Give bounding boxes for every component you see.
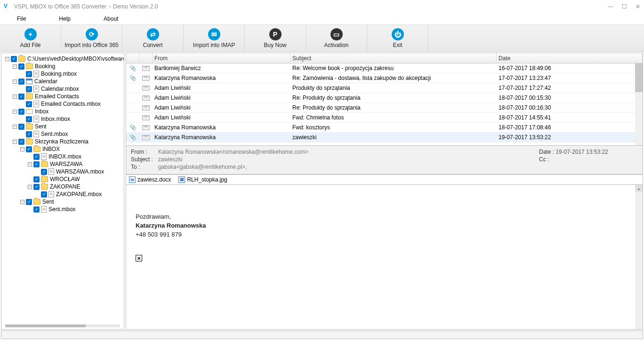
col-attach-header[interactable] [126,53,139,63]
tree-checkbox[interactable]: ✓ [41,169,47,175]
tree-item[interactable]: −✓ZAKOPANE [1,183,124,190]
col-date-header[interactable]: Date [497,53,643,63]
tree-checkbox[interactable]: ✓ [26,101,32,107]
tree-checkbox[interactable]: ✓ [33,206,40,213]
tree-expander-icon[interactable]: − [13,79,17,84]
toolbar-convert[interactable]: ⇄Convert [122,25,184,51]
from-label: From : [131,149,158,155]
tree-expander-icon[interactable]: − [20,200,24,204]
tree-checkbox[interactable]: ✓ [33,184,40,190]
email-row[interactable]: Adam Liwiński Re: Produkty do sprzątania… [126,93,643,103]
tree-checkbox[interactable]: ✓ [26,131,32,137]
tree-item[interactable]: −✓Sent [1,198,124,206]
toolbar-buy-now[interactable]: PBuy Now [245,25,306,51]
tree-item[interactable]: −✓Calendar [1,78,124,85]
tree-item[interactable]: ✓ZAKOPANE.mbox [1,190,124,198]
tree-checkbox[interactable]: ✓ [18,63,24,70]
tree-item[interactable]: ✓WARSZAWA.mbox [1,168,124,175]
menu-help[interactable]: Help [59,16,71,22]
tree-item[interactable]: ✓Calendar.mbox [1,85,124,93]
tree-checkbox[interactable]: ✓ [18,109,24,115]
tree-expander-icon[interactable]: − [28,162,32,166]
menu-about[interactable]: About [104,16,118,22]
close-button[interactable]: ✕ [636,3,640,10]
tree-checkbox[interactable]: ✓ [26,199,32,205]
tree-item[interactable]: −✓Inbox [1,108,124,115]
tree-checkbox[interactable]: ✓ [18,124,24,130]
tree-expander-icon[interactable]: − [13,95,17,99]
tree-checkbox[interactable]: ✓ [41,191,47,198]
tree-expander-icon[interactable]: − [20,147,24,151]
tree-label: WARSZAWA [50,161,82,167]
tree-expander-icon[interactable]: − [13,64,17,69]
tree-item[interactable]: −✓C:\Users\ved\Desktop\MBOX\vsoftware- [1,55,124,63]
file-icon [33,86,39,92]
tree-checkbox[interactable]: ✓ [18,139,24,145]
email-row[interactable]: 📎 Katarzyna Romanowska zawieszki 19-07-2… [126,133,643,142]
tree-checkbox[interactable]: ✓ [26,71,32,77]
folder-tree[interactable]: −✓C:\Users\ved\Desktop\MBOX\vsoftware-−✓… [1,53,124,330]
file-icon [33,131,39,137]
tree-item[interactable]: −✓Sent [1,123,124,130]
email-row[interactable]: Adam Liwiński Produkty do sprzątania 17-… [126,83,643,93]
tree-checkbox[interactable]: ✓ [26,146,32,152]
tree-item[interactable]: ✓INBOX.mbox [1,153,124,160]
tree-h-scrollbar[interactable] [5,324,120,327]
attachment-item[interactable]: 🖼RLH_stopka.jpg [178,176,227,183]
maximize-button[interactable]: ☐ [622,3,627,10]
scroll-up-icon[interactable]: ▴ [635,185,643,192]
cc-label: Cc : [539,156,549,163]
email-row[interactable]: Adam Liwiński Re: Produkty do sprzątania… [126,103,643,113]
tree-item[interactable]: ✓Sent.mbox [1,130,124,138]
attachment-item[interactable]: Wzawiesz.docx [129,176,171,183]
tree-item[interactable]: ✓Booking.mbox [1,70,124,78]
tree-item[interactable]: −✓Skrzynka Rozliczenia [1,138,124,145]
folder-icon [41,184,48,190]
icon-cell [139,115,153,120]
tree-checkbox[interactable]: ✓ [33,154,40,160]
tree-checkbox[interactable]: ✓ [26,116,32,122]
tree-label: ZAKOPANE [50,183,80,190]
toolbar-label: Buy Now [264,42,286,48]
email-row[interactable]: 📎 Bartłomiej Barwicz Re: Welcome book - … [126,63,643,73]
subject-cell: Produkty do sprzątania [290,85,497,91]
preview-scrollbar[interactable]: ▴ [635,185,643,329]
tree-item[interactable]: ✓WROCŁAW [1,175,124,183]
tree-expander-icon[interactable]: − [5,57,9,61]
tree-checkbox[interactable]: ✓ [18,94,24,100]
tree-item[interactable]: ✓Sent.mbox [1,206,124,213]
email-row[interactable]: 📎 Katarzyna Romanowska Fwd: kosztorys 18… [126,123,643,133]
tree-checkbox[interactable]: ✓ [26,86,32,92]
toolbar-import-into-imap[interactable]: ✉Import into IMAP [184,25,245,51]
file-icon [33,101,39,107]
tree-expander-icon[interactable]: − [13,125,17,129]
tree-item[interactable]: −✓Emailed Contacts [1,93,124,100]
tree-checkbox[interactable]: ✓ [18,79,24,85]
toolbar-icon: ✉ [208,28,220,40]
email-row[interactable]: Adam Liwiński Fwd: Chmielna fotos 18-07-… [126,113,643,123]
toolbar-activation[interactable]: ▭Activation [306,25,367,51]
email-list-scrollbar[interactable] [635,63,643,145]
tree-item[interactable]: −✓Booking [1,63,124,70]
tree-expander-icon[interactable]: − [28,185,32,189]
file-icon [41,206,47,213]
col-icon-header[interactable] [139,53,153,63]
tree-item[interactable]: ✓Emailed Contacts.mbox [1,100,124,108]
tree-item[interactable]: ✓Inbox.mbox [1,115,124,123]
envelope-icon [142,66,150,71]
tree-checkbox[interactable]: ✓ [33,161,40,167]
tree-item[interactable]: −✓WARSZAWA [1,160,124,168]
col-subject-header[interactable]: Subject [290,53,497,63]
tree-checkbox[interactable]: ✓ [33,176,40,182]
minimize-button[interactable]: — [608,3,613,10]
toolbar-add-file[interactable]: +Add File [0,25,61,51]
email-row[interactable]: 📎 Katarzyna Romanowska Re: Zamówienia - … [126,73,643,83]
tree-expander-icon[interactable]: − [13,140,17,144]
col-from-header[interactable]: From [153,53,290,63]
toolbar-import-into-office-365[interactable]: ⟳Import into Office 365 [61,25,122,51]
toolbar-exit[interactable]: ⏻Exit [367,25,428,51]
tree-expander-icon[interactable]: − [13,110,17,114]
tree-item[interactable]: −✓INBOX [1,145,124,153]
menu-file[interactable]: File [17,16,26,22]
tree-checkbox[interactable]: ✓ [11,56,17,62]
